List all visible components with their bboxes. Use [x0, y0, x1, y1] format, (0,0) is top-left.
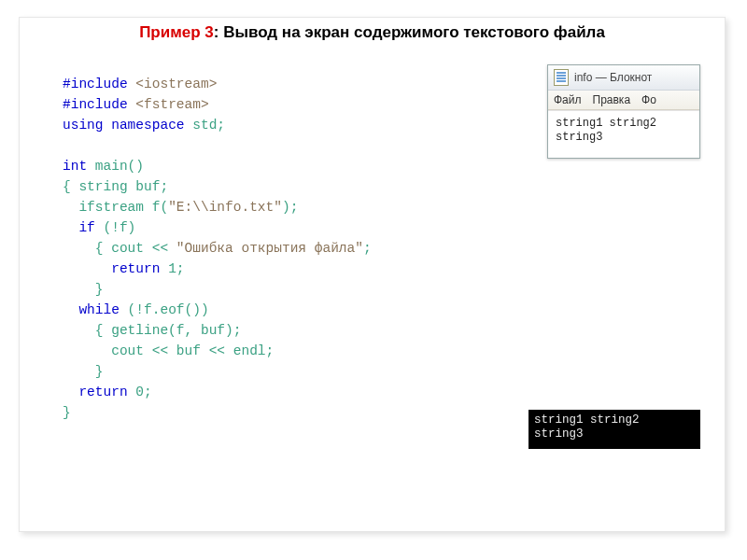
- code-token: "Ошибка открытия файла": [176, 241, 363, 256]
- code-token: return: [78, 385, 127, 399]
- code-token: }: [63, 282, 104, 297]
- notepad-body[interactable]: string1 string2string3: [548, 110, 699, 158]
- code-token: [63, 220, 78, 235]
- code-token: (!f): [95, 220, 136, 235]
- code-token: [63, 261, 111, 276]
- notepad-titlebar: info — Блокнот: [548, 65, 699, 91]
- code-token: ifstream f(: [63, 200, 168, 215]
- code-block: #include <iostream> #include <fstream> u…: [63, 74, 372, 423]
- code-token: int: [63, 159, 87, 174]
- title-rest: : Вывод на экран содержимого текстового …: [214, 23, 605, 41]
- code-token: }: [63, 405, 71, 420]
- code-token: "E:\\info.txt": [168, 200, 282, 215]
- console-line: string1 string2: [534, 413, 640, 427]
- code-token: { cout <<: [63, 241, 176, 256]
- code-token: cout << buf << endl;: [63, 343, 274, 358]
- code-token: }: [63, 364, 104, 379]
- slide-title: Пример 3: Вывод на экран содержимого тек…: [20, 18, 725, 44]
- code-token: <fstream>: [128, 97, 209, 112]
- notepad-menubar[interactable]: ФайлПравкаФо: [548, 91, 699, 110]
- code-token: using: [63, 118, 104, 133]
- notepad-line: string3: [556, 131, 692, 145]
- code-token: { getline(f, buf);: [63, 323, 241, 338]
- code-blank: [63, 138, 71, 153]
- code-token: #include: [63, 77, 128, 91]
- menu-format[interactable]: Фо: [641, 93, 656, 106]
- code-token: [63, 302, 78, 317]
- title-prefix: Пример 3: [139, 23, 214, 41]
- code-token: if: [78, 220, 94, 235]
- code-token: 1;: [160, 261, 184, 276]
- code-token: {: [63, 179, 78, 194]
- code-token: while: [78, 302, 120, 317]
- notepad-line: string1 string2: [556, 117, 692, 131]
- notepad-icon: [554, 69, 569, 86]
- console-output: string1 string2 string3: [529, 410, 700, 449]
- notepad-window: info — Блокнот ФайлПравкаФо string1 stri…: [547, 64, 700, 159]
- code-token: <iostream>: [128, 77, 218, 91]
- slide: Пример 3: Вывод на экран содержимого тек…: [19, 17, 726, 532]
- code-token: );: [282, 200, 298, 215]
- code-token: #include: [63, 97, 128, 112]
- code-token: main(): [87, 159, 144, 174]
- code-token: 0;: [128, 385, 152, 399]
- notepad-title-text: info — Блокнот: [574, 71, 652, 84]
- menu-file[interactable]: Файл: [554, 93, 582, 106]
- code-token: [63, 385, 78, 399]
- code-token: (!f.eof()): [120, 302, 209, 317]
- console-line: string3: [534, 427, 584, 441]
- menu-edit[interactable]: Правка: [593, 93, 631, 106]
- code-token: string buf;: [78, 179, 168, 194]
- code-token: ;: [363, 241, 372, 256]
- code-token: return: [111, 261, 160, 276]
- code-token: namespace: [104, 118, 185, 133]
- code-token: std;: [185, 118, 226, 133]
